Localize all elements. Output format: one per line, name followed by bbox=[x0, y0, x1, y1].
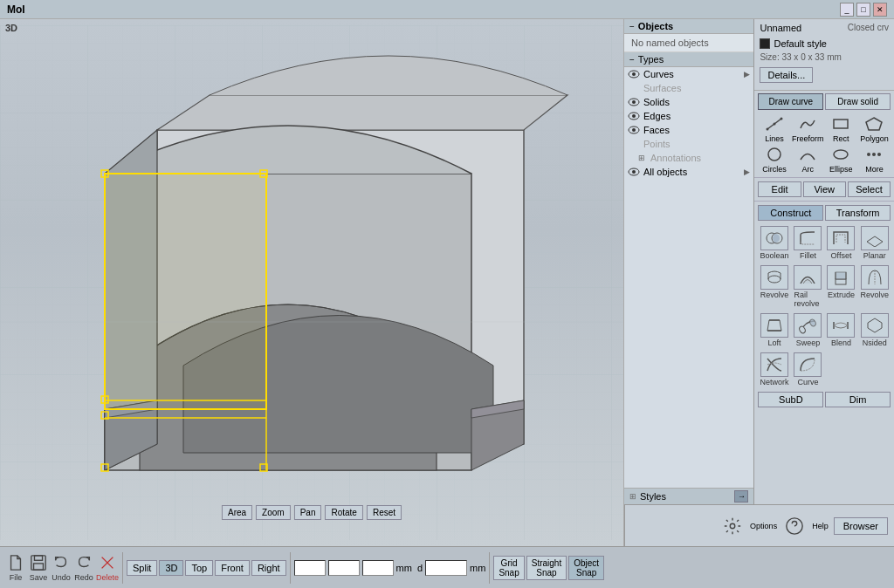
svg-point-45 bbox=[809, 318, 817, 327]
tool-rail-revolve[interactable]: Rail revolve bbox=[792, 263, 823, 310]
help-button[interactable] bbox=[782, 514, 807, 538]
points-label: Points bbox=[643, 139, 670, 149]
svg-point-16 bbox=[632, 100, 636, 104]
split-button[interactable]: Split bbox=[127, 560, 157, 576]
side-top: − Objects No named objects − Types bbox=[624, 19, 894, 504]
save-button[interactable]: Save bbox=[28, 553, 49, 582]
transform-tab[interactable]: Transform bbox=[825, 205, 891, 221]
svg-rect-2 bbox=[105, 174, 266, 409]
tool-boolean[interactable]: Boolean bbox=[758, 224, 790, 262]
object-item-annotations[interactable]: ⊞ Annotations bbox=[624, 151, 753, 165]
zoom-button[interactable]: Zoom bbox=[256, 505, 291, 520]
tool-lines[interactable]: Lines bbox=[758, 113, 790, 143]
object-item-edges[interactable]: Edges bbox=[624, 109, 753, 123]
status-left: File Save U bbox=[0, 552, 894, 584]
tool-nsided[interactable]: Nsided bbox=[858, 311, 891, 349]
area-button[interactable]: Area bbox=[222, 505, 252, 520]
tool-circles[interactable]: Circles bbox=[758, 144, 790, 174]
rail-revolve-icon bbox=[794, 265, 822, 290]
dim-button[interactable]: Dim bbox=[825, 392, 891, 407]
style-row: Default style bbox=[754, 37, 894, 51]
tool-sweep[interactable]: Sweep bbox=[792, 311, 823, 349]
options-button[interactable] bbox=[720, 514, 745, 538]
viewport-area[interactable]: 3D bbox=[0, 19, 623, 546]
select-button[interactable]: Select bbox=[848, 181, 891, 197]
view-front-button[interactable]: Front bbox=[215, 560, 250, 576]
object-item-points[interactable]: Points bbox=[624, 137, 753, 151]
construct-tab[interactable]: Construct bbox=[758, 205, 823, 221]
grid-snap-button[interactable]: Grid Snap bbox=[493, 556, 524, 580]
object-item-faces[interactable]: Faces bbox=[624, 123, 753, 137]
straight-snap-button[interactable]: Straight Snap bbox=[526, 556, 567, 580]
view-button[interactable]: View bbox=[803, 181, 846, 197]
planar-icon bbox=[861, 226, 889, 250]
tool-extrude[interactable]: Extrude bbox=[825, 263, 856, 310]
rotate-button[interactable]: Rotate bbox=[325, 505, 362, 520]
viewport-3d[interactable]: 3D bbox=[0, 19, 623, 546]
types-header[interactable]: − Types bbox=[624, 52, 753, 67]
tool-revolve[interactable]: Revolve bbox=[858, 263, 891, 310]
view-right-button[interactable]: Right bbox=[251, 560, 286, 576]
d-coord-area: d mm bbox=[417, 560, 485, 576]
object-snap-button[interactable]: Object Snap bbox=[568, 556, 604, 580]
tool-rect[interactable]: Rect bbox=[825, 113, 857, 143]
subd-button[interactable]: SubD bbox=[758, 392, 823, 407]
tool-blend[interactable]: Blend bbox=[825, 311, 856, 349]
separator-1 bbox=[122, 552, 123, 584]
reset-button[interactable]: Reset bbox=[367, 505, 402, 520]
tool-ellipse[interactable]: Ellipse bbox=[825, 144, 857, 174]
options-label: Options bbox=[750, 522, 777, 530]
tool-network[interactable]: Network bbox=[758, 351, 790, 388]
object-name: Unnamed bbox=[760, 23, 801, 33]
tool-more[interactable]: More bbox=[858, 144, 891, 174]
tool-offset[interactable]: Offset bbox=[825, 224, 856, 262]
minimize-button[interactable]: _ bbox=[840, 3, 854, 17]
svg-point-33 bbox=[877, 153, 881, 156]
tool-fillet[interactable]: Fillet bbox=[792, 224, 823, 262]
status-bar: File Save U bbox=[0, 546, 894, 588]
tool-arc[interactable]: Arc bbox=[792, 144, 824, 174]
view-3d-button[interactable]: 3D bbox=[159, 560, 183, 576]
object-item-surfaces[interactable]: Surfaces bbox=[624, 81, 753, 95]
tool-planar[interactable]: Planar bbox=[858, 224, 891, 262]
object-item-curves[interactable]: Curves ▶ bbox=[624, 67, 753, 81]
tool-revolve-small[interactable]: Revolve bbox=[758, 263, 790, 310]
svg-rect-37 bbox=[836, 279, 846, 284]
maximize-button[interactable]: □ bbox=[856, 3, 870, 17]
pan-button[interactable]: Pan bbox=[294, 505, 322, 520]
tool-freeform[interactable]: Freeform bbox=[792, 113, 824, 143]
redo-icon bbox=[73, 553, 94, 572]
svg-rect-38 bbox=[836, 272, 846, 279]
draw-curve-tab[interactable]: Draw curve bbox=[758, 93, 823, 110]
object-item-all[interactable]: All objects ▶ bbox=[624, 165, 753, 179]
svg-point-18 bbox=[632, 114, 636, 118]
svg-rect-10 bbox=[260, 170, 267, 177]
styles-arrow-btn[interactable]: → bbox=[734, 490, 748, 503]
redo-button[interactable]: Redo bbox=[73, 553, 94, 582]
file-button[interactable]: File bbox=[5, 553, 26, 582]
eye-icon-curves bbox=[628, 70, 640, 79]
z-coordinate[interactable]: 9 bbox=[362, 560, 394, 576]
draw-solid-tab[interactable]: Draw solid bbox=[825, 93, 891, 110]
objects-header[interactable]: − Objects bbox=[624, 19, 753, 34]
svg-point-26 bbox=[781, 118, 783, 120]
close-button[interactable]: ✕ bbox=[873, 3, 887, 17]
tool-polygon[interactable]: Polygon bbox=[858, 113, 891, 143]
delete-button[interactable]: Delete bbox=[96, 553, 119, 582]
tool-curve[interactable]: Curve bbox=[792, 351, 823, 388]
undo-button[interactable]: Undo bbox=[51, 553, 72, 582]
object-item-solids[interactable]: Solids bbox=[624, 95, 753, 109]
details-button[interactable]: Details... bbox=[760, 67, 813, 83]
title-bar: MoI _ □ ✕ bbox=[0, 0, 894, 19]
d-coordinate[interactable] bbox=[425, 560, 467, 576]
view-top-button[interactable]: Top bbox=[185, 560, 213, 576]
style-color-swatch[interactable] bbox=[760, 38, 770, 49]
tool-loft[interactable]: Loft bbox=[758, 311, 790, 349]
content-row: 3D bbox=[0, 19, 894, 546]
x-coordinate[interactable]: -16 bbox=[294, 560, 326, 576]
browser-button[interactable]: Browser bbox=[834, 517, 888, 535]
styles-header[interactable]: ⊞ Styles → bbox=[624, 488, 753, 504]
edit-button[interactable]: Edit bbox=[758, 181, 801, 197]
size-label: Size: 33 x 0 x 33 mm bbox=[760, 52, 841, 62]
y-coordinate[interactable]: 0 bbox=[328, 560, 360, 576]
